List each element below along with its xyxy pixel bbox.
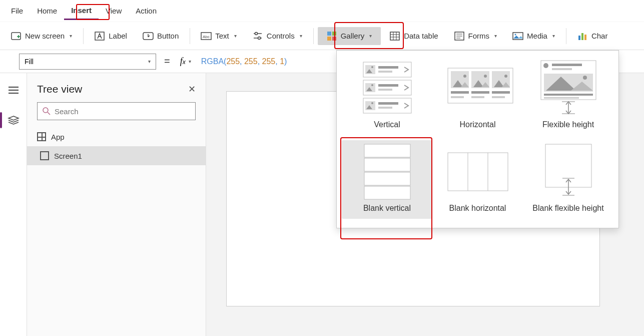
chart-label: Char	[591, 32, 608, 40]
svg-rect-43	[378, 89, 392, 91]
gallery-option-label: Flexible height	[542, 120, 594, 130]
svg-rect-15	[390, 32, 399, 40]
gallery-option-blank-flexible-height[interactable]: Blank flexible height	[523, 140, 613, 219]
screen-icon	[40, 151, 49, 160]
tree-view-rail-button[interactable]	[3, 109, 25, 131]
gallery-option-label: Blank flexible height	[532, 203, 603, 214]
tree-item-label: Screen1	[54, 152, 82, 160]
media-label: Media	[527, 32, 547, 40]
svg-rect-53	[451, 96, 464, 98]
controls-label: Controls	[267, 32, 295, 40]
gallery-option-label: Blank vertical	[363, 203, 411, 214]
app-icon	[37, 132, 46, 141]
controls-button[interactable]: Controls ▾	[246, 27, 309, 45]
menu-insert[interactable]: Insert	[64, 2, 99, 20]
close-icon[interactable]: ✕	[188, 84, 196, 95]
chevron-down-icon: ▾	[369, 33, 372, 39]
svg-rect-69	[544, 97, 579, 99]
gallery-icon	[327, 31, 337, 41]
search-input[interactable]	[55, 107, 190, 116]
fx-button[interactable]: fx ▾	[178, 56, 193, 67]
hamburger-button[interactable]	[3, 79, 25, 101]
svg-rect-57	[471, 96, 484, 98]
gallery-option-horizontal[interactable]: Horizontal	[432, 57, 523, 135]
new-screen-label: New screen	[25, 32, 65, 40]
svg-rect-64	[552, 64, 582, 66]
thumb-horizontal	[448, 61, 508, 116]
svg-point-59	[504, 75, 507, 78]
panel-title: Tree view	[37, 83, 82, 95]
svg-rect-42	[378, 84, 398, 87]
svg-point-51	[463, 75, 466, 78]
label-label: Label	[109, 32, 127, 40]
screen-icon	[11, 31, 21, 41]
equals-sign: =	[160, 56, 174, 67]
tree-item-label: App	[51, 133, 65, 141]
property-name: Fill	[25, 58, 34, 66]
new-screen-button[interactable]: New screen ▾	[4, 27, 79, 45]
tree-item-app[interactable]: App	[27, 127, 206, 146]
data-table-icon	[390, 31, 400, 41]
svg-rect-27	[581, 33, 583, 40]
tree-item-screen1[interactable]: Screen1	[27, 146, 206, 165]
label-button[interactable]: Label	[88, 27, 134, 45]
gallery-option-label: Blank horizontal	[449, 203, 506, 214]
gallery-button[interactable]: Gallery ▾	[318, 27, 381, 45]
gallery-dropdown: Vertical Horizontal Flexible height	[336, 50, 619, 228]
thumb-vertical	[357, 61, 417, 116]
forms-button[interactable]: Forms ▾	[447, 27, 504, 45]
separator	[83, 28, 84, 44]
svg-rect-37	[378, 66, 398, 69]
chart-button[interactable]: Char	[570, 27, 615, 45]
svg-point-67	[583, 76, 587, 80]
menu-action[interactable]: Action	[129, 3, 164, 19]
svg-rect-75	[364, 172, 410, 185]
svg-rect-68	[544, 94, 593, 96]
svg-rect-61	[492, 96, 505, 98]
chevron-down-icon: ▾	[148, 59, 151, 64]
svg-rect-65	[552, 68, 572, 70]
chevron-down-icon: ▾	[300, 33, 302, 39]
svg-rect-73	[364, 144, 410, 157]
svg-line-33	[48, 112, 50, 115]
chevron-down-icon: ▾	[189, 59, 191, 64]
data-table-button[interactable]: Data table	[383, 27, 445, 45]
controls-icon	[253, 31, 263, 41]
svg-rect-47	[378, 102, 398, 105]
forms-label: Forms	[468, 32, 490, 40]
svg-rect-77	[448, 153, 508, 191]
svg-point-10	[258, 37, 260, 39]
chevron-down-icon: ▾	[552, 33, 555, 39]
search-icon	[43, 107, 51, 115]
media-button[interactable]: Media ▾	[506, 27, 562, 45]
gallery-option-vertical[interactable]: Vertical	[342, 57, 432, 135]
gallery-option-blank-vertical[interactable]: Blank vertical	[342, 140, 432, 219]
tree-list: App Screen1	[27, 127, 206, 165]
svg-point-46	[371, 102, 373, 104]
svg-rect-56	[471, 91, 489, 94]
text-button[interactable]: Abc Text ▾	[194, 27, 244, 45]
svg-rect-52	[451, 91, 469, 94]
layers-icon	[8, 116, 19, 125]
button-button[interactable]: Button	[136, 27, 186, 45]
menu-home[interactable]: Home	[30, 3, 64, 19]
menu-view[interactable]: View	[99, 3, 129, 19]
property-selector[interactable]: Fill ▾	[19, 54, 156, 70]
menu-bar: File Home Insert View Action	[0, 0, 644, 22]
separator	[566, 28, 566, 44]
text-icon: Abc	[201, 31, 211, 41]
separator	[190, 28, 190, 44]
thumb-flexible-height	[538, 61, 598, 116]
menu-file[interactable]: File	[4, 3, 30, 19]
gallery-option-blank-horizontal[interactable]: Blank horizontal	[432, 140, 523, 219]
tree-view-panel: Tree view ✕ App Screen1	[27, 73, 206, 336]
gallery-option-label: Vertical	[374, 120, 400, 130]
svg-point-25	[515, 34, 516, 35]
chevron-down-icon: ▾	[494, 33, 497, 39]
svg-point-32	[43, 108, 48, 113]
chart-icon	[577, 31, 587, 41]
svg-text:Abc: Abc	[203, 35, 210, 39]
svg-rect-14	[332, 37, 336, 41]
gallery-option-flexible-height[interactable]: Flexible height	[523, 57, 613, 135]
search-box[interactable]	[37, 102, 196, 120]
